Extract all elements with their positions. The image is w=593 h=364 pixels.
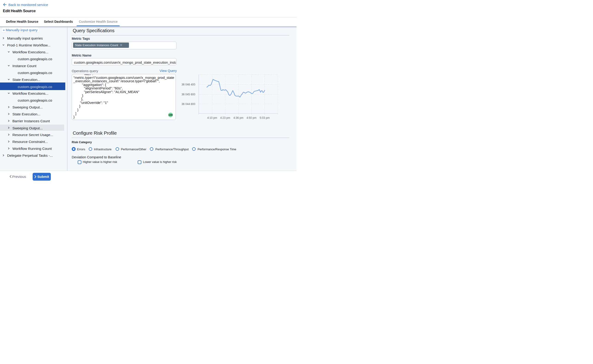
svg-text:36 046 400: 36 046 400: [182, 83, 195, 86]
svg-text:36 045 600: 36 045 600: [182, 93, 195, 96]
svg-text:4:10 pm: 4:10 pm: [207, 116, 217, 119]
svg-text:4:50 pm: 4:50 pm: [247, 116, 256, 119]
svg-text:4:36 pm: 4:36 pm: [234, 116, 243, 119]
svg-text:4:23 pm: 4:23 pm: [220, 116, 230, 119]
svg-text:5:03 pm: 5:03 pm: [260, 116, 270, 119]
svg-text:36 044 800: 36 044 800: [182, 103, 195, 106]
